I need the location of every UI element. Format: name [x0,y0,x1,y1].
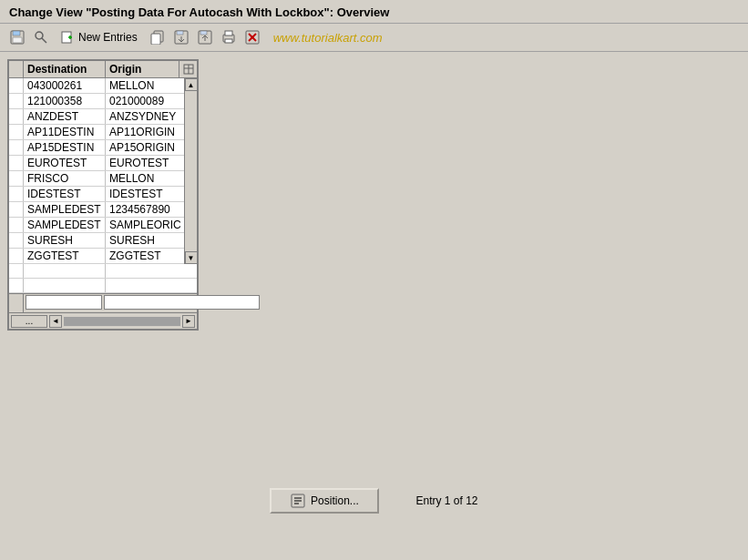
table-row[interactable]: AP15DESTINAP15ORIGIN [9,140,184,156]
scroll-down-btn[interactable]: ▼ [185,251,198,264]
table-row[interactable]: SAMPLEDESTSAMPLEORIC [9,218,184,233]
scroll-up-btn[interactable]: ▲ [185,78,198,91]
table-row[interactable]: AP11DESTINAP11ORIGIN [9,125,184,140]
row-origin-9: SAMPLEORIC [106,218,184,232]
svg-rect-13 [200,31,207,35]
row-dest-7: IDESTEST [24,187,106,201]
row-select-10[interactable] [9,233,24,248]
row-origin-7: IDESTEST [106,187,184,201]
vertical-scrollbar[interactable]: ▲ ▼ [184,78,197,264]
table-row[interactable]: 121000358021000089 [9,94,184,109]
row-origin-1: 021000089 [106,94,184,108]
row-select-0[interactable] [9,78,24,93]
row-select-6[interactable] [9,171,24,186]
row-select-5[interactable] [9,156,24,170]
row-select-7[interactable] [9,187,24,201]
row-origin-8: 1234567890 [106,202,184,217]
hscroll-right-btn[interactable]: ► [182,315,195,328]
table-container: Destination Origin 043000261MELLON121000… [7,59,199,331]
row-origin-0: MELLON [106,78,184,93]
footer-dest-input[interactable] [26,295,102,310]
find-icon[interactable] [31,27,51,47]
row-dest-1: 121000358 [24,94,106,108]
toolbar: New Entries [0,24,748,52]
row-origin-5: EUROTEST [106,156,184,170]
row-select-4[interactable] [9,140,24,155]
empty-origin-1 [106,264,197,278]
row-dest-11: ZGGTEST [24,249,106,263]
empty-dest-2 [24,279,106,292]
footer-origin-input[interactable] [104,295,260,310]
position-label: Position... [311,494,359,507]
row-origin-10: SURESH [106,233,184,248]
table-body: 043000261MELLON121000358021000089ANZDEST… [9,78,184,264]
position-button[interactable]: Position... [270,488,379,514]
svg-line-4 [42,38,46,43]
row-dest-3: AP11DESTIN [24,125,106,139]
save-icon[interactable] [7,27,27,47]
table-row[interactable]: EUROTESTEUROTEST [9,156,184,171]
row-origin-4: AP15ORIGIN [106,140,184,155]
row-dest-0: 043000261 [24,78,106,93]
row-dest-6: FRISCO [24,171,106,186]
entry-count-text: Entry 1 of 12 [415,494,477,507]
watermark: www.tutorialkart.com [273,31,383,45]
svg-rect-11 [177,31,183,35]
table-header: Destination Origin [9,61,197,78]
copy-icon[interactable] [148,27,168,47]
footer-select [9,294,24,312]
table-row[interactable]: SURESHSURESH [9,233,184,249]
header-select-col [9,61,24,77]
row-select-8[interactable] [9,202,24,217]
bottom-bar: Position... Entry 1 of 12 [0,481,748,521]
row-origin-11: ZGGTEST [106,249,184,263]
table-row[interactable]: FRISCOMELLON [9,171,184,187]
row-origin-6: MELLON [106,171,184,186]
header-destination: Destination [24,61,106,77]
row-origin-2: ANZSYDNEY [106,109,184,124]
new-entries-button[interactable]: New Entries [55,27,144,47]
hscroll-track[interactable] [64,317,180,326]
row-dest-8: SAMPLEDEST [24,202,106,217]
table-row[interactable]: IDESTESTIDESTEST [9,187,184,202]
empty-origin-2 [106,279,197,292]
empty-dest-1 [24,264,106,278]
window-title: Change View "Posting Data For Autocash W… [9,5,389,19]
svg-rect-15 [225,31,232,36]
print-icon[interactable] [219,27,239,47]
row-select-11[interactable] [9,249,24,263]
header-origin: Origin [106,61,179,77]
title-bar: Change View "Posting Data For Autocash W… [0,0,748,24]
row-dest-2: ANZDEST [24,109,106,124]
table-row[interactable]: 043000261MELLON [9,78,184,94]
svg-rect-1 [13,31,20,36]
row-select-3[interactable] [9,125,24,139]
save-local-icon[interactable] [171,27,191,47]
upload-icon[interactable] [195,27,215,47]
empty-row-1 [9,264,197,279]
row-dest-9: SAMPLEDEST [24,218,106,232]
row-select-1[interactable] [9,94,24,108]
table-footer-input-row [9,293,197,312]
row-origin-3: AP11ORIGIN [106,125,184,139]
table-row[interactable]: ZGGTESTZGGTEST [9,249,184,264]
table-row[interactable]: ANZDESTANZSYDNEY [9,109,184,125]
empty-select-2 [9,279,24,292]
empty-row-2 [9,279,197,293]
empty-rows [9,264,197,293]
svg-rect-2 [13,37,22,43]
table-row[interactable]: SAMPLEDEST1234567890 [9,202,184,218]
empty-select-1 [9,264,24,278]
main-content: Destination Origin 043000261MELLON121000… [0,52,748,539]
svg-rect-16 [225,39,232,43]
nav-dots-btn[interactable]: ... [11,315,47,328]
row-dest-10: SURESH [24,233,106,248]
hscroll-left-btn[interactable]: ◄ [49,315,62,328]
row-dest-4: AP15DESTIN [24,140,106,155]
row-dest-5: EUROTEST [24,156,106,170]
row-select-9[interactable] [9,218,24,232]
row-select-2[interactable] [9,109,24,124]
column-settings-icon[interactable] [179,61,197,77]
delete-icon[interactable] [242,27,262,47]
svg-point-3 [36,32,43,39]
